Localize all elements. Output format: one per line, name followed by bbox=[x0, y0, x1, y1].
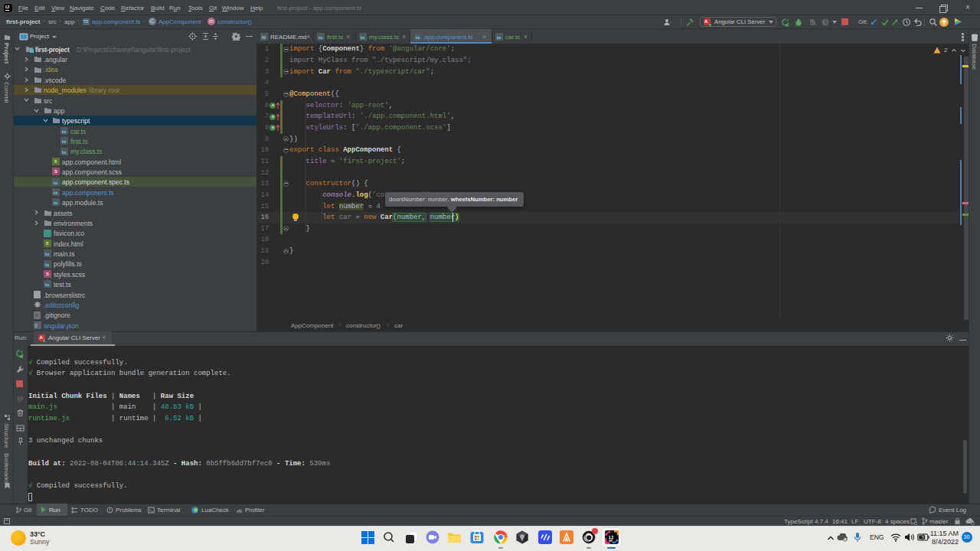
svg-text:IJ: IJ bbox=[609, 535, 613, 540]
